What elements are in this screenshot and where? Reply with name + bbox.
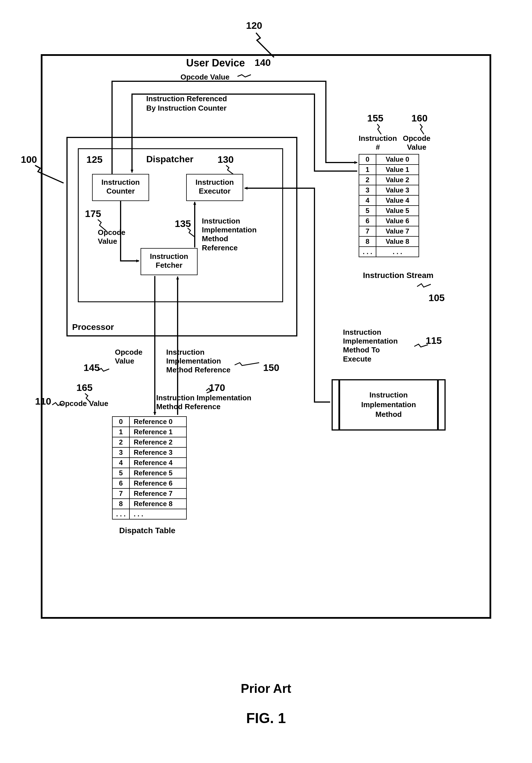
instruction-counter-box: InstructionCounter [92, 174, 149, 201]
fig-1-caption: FIG. 1 [12, 710, 520, 726]
ref-170: 170 [209, 382, 225, 393]
user-device-label: User Device [186, 57, 245, 69]
instruction-fetcher-label: InstructionFetcher [150, 252, 188, 270]
instruction-stream-table: 0Value 0 1Value 1 2Value 2 3Value 3 4Val… [359, 154, 419, 257]
processor-label: Processor [72, 322, 114, 332]
instr-ref-by-counter-label: Instruction ReferencedBy Instruction Cou… [146, 94, 227, 113]
iim-to-execute-label: InstructionImplementationMethod ToExecut… [343, 328, 398, 364]
ref-150: 150 [263, 362, 279, 373]
dispatch-table: 0Reference 0 1Reference 1 2Reference 2 3… [112, 416, 187, 519]
ref-135: 135 [175, 218, 191, 229]
ref-105: 105 [429, 292, 445, 303]
instruction-fetcher-box: InstructionFetcher [141, 248, 198, 275]
dispatch-table-label: Dispatch Table [119, 526, 175, 535]
stream-header-opcode: OpcodeValue [403, 134, 431, 152]
ref-130: 130 [218, 154, 234, 165]
opcode-value-175-label: OpcodeValue [98, 228, 126, 246]
iimr-150-label: InstructionImplementationMethod Referenc… [166, 348, 230, 375]
opcode-value-165-label: Opcode Value [59, 399, 108, 408]
iim-box: InstructionImplementationMethod [332, 379, 446, 431]
ref-115: 115 [426, 335, 442, 346]
instruction-executor-box: InstructionExecutor [186, 174, 243, 201]
ref-140: 140 [255, 57, 271, 68]
ref-110: 110 [35, 396, 51, 407]
iimr-135-label: InstructionImplementationMethodReference [202, 217, 257, 252]
ref-160: 160 [411, 113, 428, 124]
opcode-value-145-label: OpcodeValue [115, 348, 143, 366]
ref-145: 145 [83, 362, 100, 373]
instruction-counter-label: InstructionCounter [101, 178, 140, 195]
prior-art-caption: Prior Art [12, 682, 520, 696]
iim-box-label: InstructionImplementationMethod [333, 390, 445, 419]
iimr-170-label: Instruction ImplementationMethod Referen… [156, 393, 252, 411]
diagram-canvas: User Device 120 Processor Dispatcher Ins… [12, 11, 520, 747]
instruction-stream-label: Instruction Stream [363, 271, 433, 280]
instruction-executor-label: InstructionExecutor [196, 178, 234, 195]
ref-155: 155 [367, 113, 383, 124]
ref-165: 165 [76, 382, 93, 393]
ref-175: 175 [85, 208, 101, 219]
ref-100: 100 [21, 154, 37, 165]
stream-header-instr: Instruction# [359, 134, 397, 152]
dispatcher-label: Dispatcher [146, 154, 193, 164]
opcode-value-140-label: Opcode Value [180, 73, 230, 81]
ref-120: 120 [246, 20, 262, 31]
ref-125: 125 [86, 154, 103, 165]
